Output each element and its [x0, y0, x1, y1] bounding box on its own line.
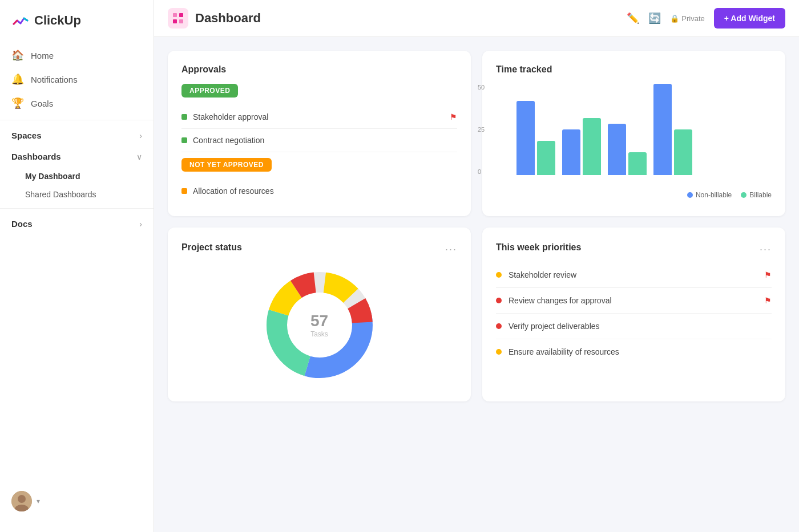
clickup-logo-icon: [11, 11, 30, 30]
svg-rect-3: [173, 13, 177, 17]
donut-chart-wrapper: 57 Tasks: [181, 262, 457, 388]
avatar[interactable]: [11, 491, 32, 511]
bar-green-2: [583, 118, 601, 175]
main-content: Dashboard ✏️ 🔄 🔒 Private + Add Widget Ap…: [154, 0, 799, 532]
approval-item-contract-label: Contract negotiation: [193, 136, 264, 145]
sidebar-item-spaces[interactable]: Spaces ›: [0, 125, 154, 146]
chevron-down-icon: ∨: [136, 152, 142, 161]
bell-icon: 🔔: [11, 73, 24, 86]
legend-billable: Billable: [741, 191, 772, 199]
bar-group-2: [562, 118, 601, 175]
approvals-widget-title: Approvals: [181, 64, 457, 75]
bar-blue-1: [516, 101, 535, 175]
legend-non-billable-label: Non-billable: [696, 191, 732, 199]
green-dot-icon: [181, 114, 187, 120]
refresh-icon-button[interactable]: 🔄: [648, 12, 661, 25]
sidebar-item-home-label: Home: [31, 51, 54, 60]
priorities-widget: This week priorities ... Stakeholder rev…: [482, 228, 785, 401]
project-status-widget: Project status ...: [168, 228, 471, 401]
y-label-25: 25: [478, 126, 485, 133]
orange-dot-icon: [181, 188, 187, 194]
priority-dot-yellow-3: [496, 349, 502, 355]
header: Dashboard ✏️ 🔄 🔒 Private + Add Widget: [154, 0, 799, 37]
svg-rect-5: [173, 19, 177, 23]
add-widget-button[interactable]: + Add Widget: [714, 8, 785, 29]
sidebar-item-home[interactable]: 🏠 Home: [0, 43, 154, 67]
priority-label-0: Stakeholder review: [509, 270, 576, 279]
priority-dot-red-1: [496, 298, 502, 303]
sidebar-item-goals-label: Goals: [31, 99, 53, 108]
donut-chart: 57 Tasks: [263, 268, 377, 382]
nav-divider: [0, 120, 154, 120]
approval-item-allocation-label: Allocation of resources: [193, 186, 274, 196]
sidebar-item-shared-dashboards[interactable]: Shared Dashboards: [0, 185, 154, 204]
approvals-widget: Approvals APPROVED Stakeholder approval …: [168, 51, 471, 216]
bar-group-1: [516, 101, 555, 175]
page-title: Dashboard: [195, 11, 620, 26]
green-dot-icon-2: [181, 137, 187, 143]
priority-dot-yellow-0: [496, 272, 502, 278]
bar-group-4: [653, 84, 692, 175]
priority-item-1: Review changes for approval ⚑: [496, 288, 772, 314]
priorities-header: This week priorities ...: [496, 241, 772, 253]
priority-label-1: Review changes for approval: [509, 296, 612, 305]
project-status-title: Project status: [181, 242, 242, 253]
private-label: 🔒 Private: [670, 14, 704, 23]
bar-chart-wrapper: 50 25 0: [496, 84, 772, 186]
chart-y-labels: 50 25 0: [478, 84, 485, 175]
legend-dot-green: [741, 192, 746, 198]
bar-chart: [516, 84, 772, 186]
sidebar-item-dashboards[interactable]: Dashboards ∨: [0, 146, 154, 167]
sidebar-bottom: ▾: [0, 482, 154, 521]
logo-text: ClickUp: [34, 13, 81, 28]
y-label-0: 0: [478, 168, 485, 175]
sidebar-item-dashboards-label: Dashboards: [11, 152, 61, 161]
approval-item-stakeholder: Stakeholder approval ⚑: [181, 105, 457, 129]
chevron-right-icon: ›: [139, 131, 142, 140]
edit-icon-button[interactable]: ✏️: [627, 12, 639, 25]
avatar-image: [11, 491, 32, 511]
home-icon: 🏠: [11, 49, 24, 62]
trophy-icon: 🏆: [11, 97, 24, 109]
sidebar-item-notifications[interactable]: 🔔 Notifications: [0, 67, 154, 91]
y-label-50: 50: [478, 84, 485, 91]
bar-group-3: [608, 124, 647, 175]
bar-green-3: [628, 152, 647, 175]
time-tracked-widget: Time tracked 50 25 0: [482, 51, 785, 216]
chevron-right-icon-docs: ›: [139, 220, 142, 229]
priority-label-2: Verify project deliverables: [509, 322, 600, 331]
approval-item-allocation: Allocation of resources: [181, 180, 457, 202]
not-approved-badge: NOT YET APPROVED: [181, 158, 272, 172]
approved-badge: APPROVED: [181, 84, 238, 98]
sidebar-item-docs[interactable]: Docs ›: [0, 213, 154, 234]
sidebar: ClickUp 🏠 Home 🔔 Notifications 🏆 Goals S…: [0, 0, 154, 532]
priority-item-0: Stakeholder review ⚑: [496, 262, 772, 288]
svg-rect-4: [179, 13, 183, 17]
priority-dot-red-2: [496, 323, 502, 329]
flag-icon-red: ⚑: [450, 112, 457, 121]
priority-flag-1: ⚑: [764, 296, 772, 305]
time-tracked-title: Time tracked: [496, 64, 772, 75]
sidebar-item-goals[interactable]: 🏆 Goals: [0, 91, 154, 115]
sidebar-item-notifications-label: Notifications: [31, 75, 78, 84]
project-status-more-button[interactable]: ...: [445, 241, 457, 253]
project-status-header: Project status ...: [181, 241, 457, 253]
priorities-more-button[interactable]: ...: [760, 241, 772, 253]
widget-grid: Approvals APPROVED Stakeholder approval …: [168, 51, 785, 401]
dashboard-icon-wrap: [168, 8, 188, 29]
bar-blue-2: [562, 129, 580, 175]
donut-number: 57: [310, 312, 328, 330]
sidebar-item-docs-label: Docs: [11, 219, 33, 229]
legend-non-billable: Non-billable: [687, 191, 732, 199]
sidebar-item-my-dashboard[interactable]: My Dashboard: [0, 167, 154, 185]
bar-blue-4: [653, 84, 672, 175]
bar-blue-3: [608, 124, 626, 175]
lock-icon: 🔒: [670, 14, 679, 23]
avatar-chevron-icon: ▾: [37, 497, 40, 505]
priority-flag-0: ⚑: [764, 270, 772, 279]
bar-green-1: [537, 141, 555, 175]
svg-point-1: [18, 495, 26, 503]
dashboard-content: Approvals APPROVED Stakeholder approval …: [154, 37, 799, 532]
nav-divider-2: [0, 208, 154, 209]
priority-item-3: Ensure availability of resources: [496, 339, 772, 364]
